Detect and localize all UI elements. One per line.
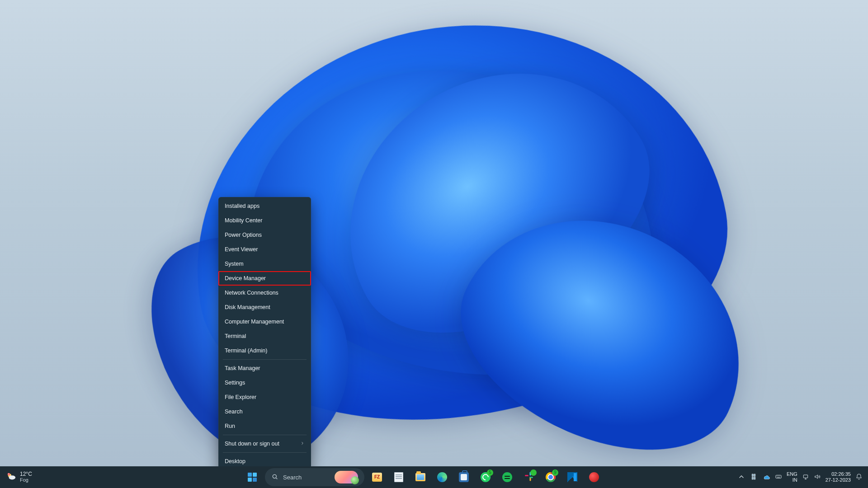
- weather-condition: Fog: [20, 477, 32, 483]
- store-icon: [459, 472, 469, 482]
- notepad-button[interactable]: [390, 468, 408, 486]
- winx-separator: [223, 452, 307, 453]
- tray-chevron-up-icon[interactable]: [738, 473, 745, 482]
- svg-rect-7: [803, 475, 807, 478]
- tray-time: 02:26:35: [826, 471, 851, 477]
- copilot-icon[interactable]: [750, 473, 758, 482]
- vscode-icon: [567, 472, 577, 482]
- widgets-button[interactable]: ! 12°C Fog: [3, 468, 36, 486]
- winx-system[interactable]: System: [218, 257, 311, 271]
- winx-item-label: Run: [225, 422, 235, 430]
- notepad-icon: [394, 472, 403, 482]
- winx-item-label: File Explorer: [225, 393, 256, 401]
- explorer-icon: [415, 473, 425, 481]
- winx-item-label: Event Viewer: [225, 245, 258, 253]
- badge: 5: [487, 469, 493, 476]
- avira-button[interactable]: [585, 468, 603, 486]
- weather-icon: !: [6, 472, 16, 483]
- spotify-icon: [502, 472, 512, 482]
- filezilla-button[interactable]: [368, 468, 386, 486]
- svg-rect-6: [776, 475, 781, 478]
- search-highlight-art: [335, 471, 358, 483]
- taskbar-search[interactable]: Search: [265, 468, 364, 486]
- onedrive-icon[interactable]: [762, 473, 770, 482]
- winx-separator: [223, 435, 307, 435]
- input-language-button[interactable]: ENG IN: [787, 471, 797, 483]
- winx-item-label: Computer Management: [225, 318, 284, 326]
- winx-terminal-admin-[interactable]: Terminal (Admin): [218, 343, 311, 358]
- notifications-icon[interactable]: [855, 473, 863, 482]
- svg-point-1: [9, 475, 16, 479]
- edge-icon: [437, 472, 447, 482]
- winx-network-connections[interactable]: Network Connections: [218, 286, 311, 300]
- badge: [530, 469, 537, 476]
- winx-run[interactable]: Run: [218, 419, 311, 433]
- winx-shut-down-or-sign-out[interactable]: Shut down or sign out: [218, 436, 311, 451]
- winx-item-label: Shut down or sign out: [225, 440, 279, 448]
- wallpaper-bloom: [0, 0, 868, 488]
- svg-point-5: [614, 475, 617, 478]
- winx-disk-management[interactable]: Disk Management: [218, 300, 311, 314]
- winx-settings[interactable]: Settings: [218, 375, 311, 390]
- fz-icon: [372, 473, 382, 482]
- settings-icon: [610, 471, 621, 483]
- keyboard-icon[interactable]: [775, 473, 782, 482]
- volume-icon[interactable]: [814, 473, 821, 482]
- vscode-button[interactable]: [563, 468, 581, 486]
- winx-item-label: System: [225, 260, 244, 268]
- winx-task-manager[interactable]: Task Manager: [218, 361, 311, 375]
- start-button[interactable]: [243, 468, 261, 486]
- slack-button[interactable]: [520, 468, 538, 486]
- winx-item-label: Installed apps: [225, 202, 259, 210]
- desktop[interactable]: Installed appsMobility CenterPower Optio…: [0, 0, 868, 488]
- file-explorer-button[interactable]: [411, 468, 429, 486]
- settings-button[interactable]: [607, 468, 625, 486]
- winx-separator: [223, 359, 307, 360]
- winx-power-options[interactable]: Power Options: [218, 228, 311, 242]
- winx-item-label: Mobility Center: [225, 216, 262, 225]
- clock-button[interactable]: 02:26:35 27-12-2023: [826, 471, 851, 483]
- winx-device-manager[interactable]: Device Manager: [218, 271, 311, 286]
- winx-file-explorer[interactable]: File Explorer: [218, 390, 311, 404]
- badge: 9: [552, 469, 558, 476]
- store-button[interactable]: [455, 468, 473, 486]
- input-language-primary: ENG: [787, 471, 797, 477]
- svg-point-4: [273, 474, 276, 478]
- whatsapp-button[interactable]: 5: [476, 468, 495, 486]
- winx-item-label: Terminal: [225, 332, 246, 340]
- edge-button[interactable]: [433, 468, 451, 486]
- winx-item-label: Desktop: [225, 457, 245, 465]
- tray-date: 27-12-2023: [826, 477, 851, 483]
- winx-event-viewer[interactable]: Event Viewer: [218, 242, 311, 257]
- winx-computer-management[interactable]: Computer Management: [218, 314, 311, 329]
- winx-search[interactable]: Search: [218, 404, 311, 419]
- winx-item-label: Task Manager: [225, 364, 260, 372]
- winx-item-label: Device Manager: [225, 274, 266, 282]
- winx-menu: Installed appsMobility CenterPower Optio…: [218, 197, 311, 470]
- search-icon: [271, 473, 278, 482]
- svg-text:!: !: [8, 473, 9, 475]
- start-icon: [248, 473, 257, 482]
- winx-item-label: Network Connections: [225, 289, 278, 297]
- taskbar: ! 12°C Fog Search59 ENG IN: [0, 466, 868, 488]
- chevron-right-icon: [300, 440, 305, 448]
- spotify-button[interactable]: [498, 468, 516, 486]
- winx-installed-apps[interactable]: Installed apps: [218, 199, 311, 213]
- winx-item-label: Search: [225, 408, 243, 416]
- winx-terminal[interactable]: Terminal: [218, 329, 311, 343]
- chrome-button[interactable]: 9: [542, 468, 560, 486]
- winx-item-label: Terminal (Admin): [225, 347, 267, 355]
- winx-item-label: Disk Management: [225, 303, 270, 311]
- network-icon[interactable]: [802, 473, 809, 482]
- weather-temp: 12°C: [20, 471, 32, 477]
- winx-item-label: Settings: [225, 379, 245, 387]
- input-language-secondary: IN: [787, 477, 797, 483]
- search-placeholder: Search: [283, 474, 302, 481]
- winx-mobility-center[interactable]: Mobility Center: [218, 213, 311, 228]
- red-icon: [589, 472, 599, 482]
- winx-item-label: Power Options: [225, 231, 262, 239]
